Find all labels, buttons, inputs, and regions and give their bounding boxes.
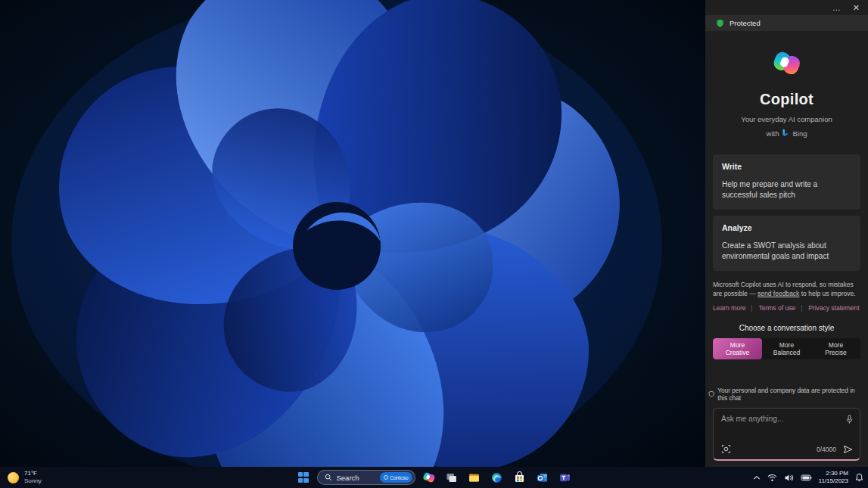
speaker-icon	[784, 474, 794, 482]
char-counter: 0/4000	[817, 446, 836, 453]
tab-line2: Precise	[825, 349, 846, 357]
composer-toolbar: 0/4000	[721, 444, 853, 454]
card-title: Write	[722, 162, 851, 171]
wifi-icon	[767, 474, 777, 482]
org-logo-icon	[384, 475, 388, 480]
outlook-icon	[536, 471, 549, 484]
microsoft-store-icon	[513, 471, 526, 484]
search-label: Search	[337, 474, 376, 482]
search-icon	[325, 474, 332, 481]
microphone-icon	[845, 415, 854, 424]
visual-search-button[interactable]	[721, 444, 731, 454]
card-prompt: Help me prepare and write a successful s…	[722, 179, 851, 200]
weather-widget[interactable]: 71°F Sunny	[8, 467, 42, 488]
card-title: Analyze	[722, 223, 851, 232]
shield-outline-icon	[708, 390, 714, 398]
copilot-taskbar-icon	[422, 471, 436, 483]
shield-protected-icon	[716, 19, 724, 28]
taskbar-app-edge[interactable]	[488, 468, 506, 486]
clock-time: 2:30 PM	[819, 470, 848, 477]
copilot-panel: … ✕ Protected	[705, 0, 868, 467]
tab-line2: Creative	[726, 349, 750, 357]
copilot-title: Copilot	[705, 91, 868, 108]
with-bing-line: with Bing	[767, 129, 807, 138]
protected-label: Protected	[730, 19, 761, 27]
file-explorer-icon	[468, 471, 481, 484]
bing-text: Bing	[792, 129, 807, 138]
suggestion-card-analyze[interactable]: Analyze Create a SWOT analysis about env…	[713, 216, 860, 271]
windows-logo-icon	[298, 472, 309, 483]
tab-line1: More	[779, 341, 794, 350]
send-feedback-link[interactable]: send feedback	[758, 290, 799, 297]
with-text: with	[767, 129, 779, 138]
learn-more-link[interactable]: Learn more	[713, 304, 745, 312]
battery-icon	[801, 474, 812, 481]
copilot-logo-icon	[771, 49, 803, 77]
weather-temperature: 71°F	[24, 470, 42, 477]
hidden-icons-button[interactable]	[753, 475, 761, 480]
desktop[interactable]	[0, 0, 705, 467]
wifi-button[interactable]	[767, 474, 777, 482]
privacy-statement-link[interactable]: Privacy statement	[808, 304, 860, 312]
start-button[interactable]	[294, 468, 313, 486]
system-tray: 2:30 PM 11/15/2023	[753, 467, 863, 488]
sun-icon	[8, 472, 19, 483]
org-badge-label: Contoso	[390, 475, 408, 480]
taskbar-search[interactable]: Search Contoso	[317, 470, 415, 485]
suggestion-cards: Write Help me prepare and write a succes…	[713, 154, 860, 271]
clock-date: 11/15/2023	[819, 477, 848, 485]
style-tab-creative[interactable]: More Creative	[713, 338, 762, 359]
footer-links: Learn more Terms of use Privacy statemen…	[713, 304, 860, 312]
bing-logo-icon	[782, 129, 789, 138]
taskbar-app-copilot[interactable]	[420, 468, 438, 486]
link-divider	[801, 305, 802, 312]
taskbar-app-microsoft-store[interactable]	[511, 468, 529, 486]
data-protection-text: Your personal and company data are prote…	[717, 387, 865, 402]
task-view-icon	[445, 471, 458, 484]
close-button[interactable]: ✕	[853, 4, 860, 12]
taskbar-clock[interactable]: 2:30 PM 11/15/2023	[819, 470, 848, 485]
bell-icon	[855, 473, 863, 482]
notifications-button[interactable]	[855, 473, 863, 482]
send-button[interactable]	[843, 445, 853, 454]
taskbar-app-teams[interactable]	[556, 468, 574, 486]
tab-line1: More	[829, 341, 843, 350]
style-tab-precise[interactable]: More Precise	[811, 338, 860, 359]
tab-line2: Balanced	[773, 349, 800, 357]
weather-condition: Sunny	[24, 477, 42, 485]
conversation-style-heading: Choose a conversation style	[705, 324, 868, 332]
data-protection-note: Your personal and company data are prote…	[705, 387, 868, 402]
screen: … ✕ Protected	[0, 0, 868, 488]
chevron-up-icon	[753, 475, 761, 480]
taskbar-app-task-view[interactable]	[443, 468, 461, 486]
volume-button[interactable]	[784, 474, 794, 482]
teams-icon	[558, 471, 571, 484]
conversation-style-tabs: More Creative More Balanced More Precise	[713, 338, 860, 359]
terms-of-use-link[interactable]: Terms of use	[758, 304, 795, 312]
disclaimer-text-end: to help us improve.	[799, 290, 855, 297]
card-prompt: Create a SWOT analysis about environment…	[722, 241, 851, 262]
chat-input[interactable]	[721, 415, 838, 423]
suggestion-card-write[interactable]: Write Help me prepare and write a succes…	[713, 154, 860, 210]
taskbar-center: Search Contoso	[294, 467, 574, 488]
send-icon	[843, 445, 853, 454]
panel-window-controls: … ✕	[705, 0, 868, 15]
more-options-button[interactable]: …	[832, 4, 841, 12]
microphone-button[interactable]	[845, 415, 854, 427]
edge-icon	[490, 471, 503, 484]
visual-search-icon	[721, 444, 731, 454]
chat-composer: 0/4000	[713, 408, 860, 461]
link-divider	[751, 305, 752, 312]
taskbar: 71°F Sunny Search Contoso	[0, 467, 868, 488]
bloom-wallpaper	[0, 0, 705, 467]
ai-disclaimer: Microsoft Copilot uses AI to respond, so…	[713, 280, 860, 299]
tab-line1: More	[730, 341, 745, 350]
copilot-brand: Copilot Your everyday AI companion with …	[705, 49, 868, 139]
style-tab-balanced[interactable]: More Balanced	[762, 338, 811, 359]
taskbar-app-outlook[interactable]	[534, 468, 552, 486]
taskbar-app-file-explorer[interactable]	[465, 468, 484, 486]
search-org-badge: Contoso	[380, 472, 412, 483]
battery-button[interactable]	[801, 474, 812, 481]
protected-status-bar: Protected	[705, 15, 868, 31]
copilot-tagline: Your everyday AI companion	[705, 115, 868, 123]
